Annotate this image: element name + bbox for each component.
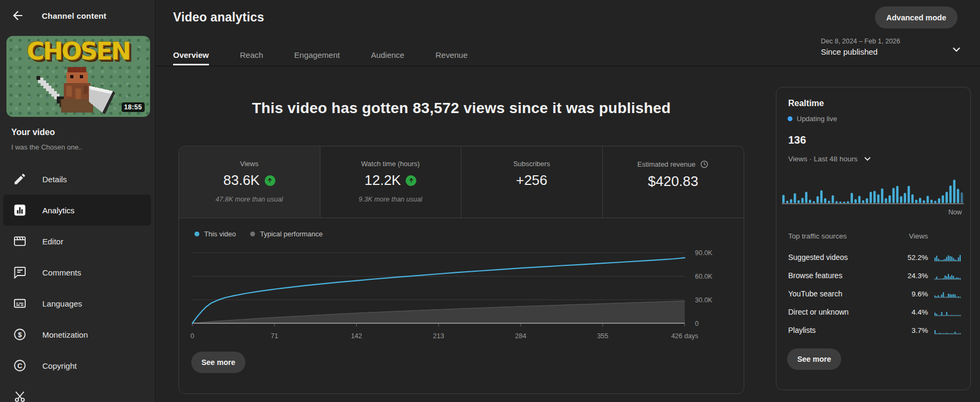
svg-text:0: 0	[695, 320, 699, 327]
back-label[interactable]: Channel content	[42, 11, 107, 20]
metric-card-subscribers[interactable]: Subscribers+256	[461, 146, 603, 218]
sidebar-item-label: Copyright	[42, 361, 77, 370]
svg-text:142: 142	[351, 332, 362, 340]
realtime-see-more-button[interactable]: See more	[787, 348, 841, 370]
svg-text:355: 355	[597, 332, 608, 340]
realtime-views-selector[interactable]: Views · Last 48 hours	[788, 153, 873, 165]
video-title: I was the Chosen one..	[11, 143, 83, 151]
tab-overview[interactable]: Overview	[173, 46, 209, 65]
realtime-axis-line	[782, 203, 964, 204]
traffic-views-percent: 9.6%	[897, 290, 928, 298]
traffic-row-playlists[interactable]: Playlists3.7%	[788, 321, 961, 339]
sidebar-item-analytics[interactable]: Analytics	[3, 195, 151, 226]
sidebar-item-label: Analytics	[42, 206, 74, 215]
metric-card-estimated-revenue[interactable]: Estimated revenue$420.83	[603, 146, 744, 218]
svg-text:C: C	[17, 362, 23, 370]
analytics-icon	[13, 203, 27, 217]
views-headline: This video has gotten 83,572 views since…	[178, 100, 744, 117]
metric-label: Estimated revenue	[638, 160, 709, 169]
video-duration-badge: 18:55	[122, 102, 145, 112]
traffic-views-percent: 24.3%	[897, 272, 928, 280]
chevron-down-icon[interactable]	[949, 42, 963, 56]
views-header: Views	[897, 232, 928, 240]
metric-label: Subscribers	[513, 160, 550, 168]
traffic-table-rows: Suggested videos52.2%Browse features24.3…	[776, 248, 970, 339]
legend-dot-icon	[194, 232, 199, 236]
traffic-table-header: Top traffic sources Views	[788, 232, 961, 240]
sidebar-item-languages[interactable]: Languages	[3, 288, 151, 319]
traffic-sparkline-chart	[934, 289, 961, 298]
tab-revenue[interactable]: Revenue	[436, 46, 468, 65]
sidebar-item-cut-off[interactable]	[3, 381, 151, 402]
sidebar-item-label: Editor	[42, 237, 63, 246]
sidebar-section-title: Your video	[11, 128, 55, 137]
traffic-row-youtube-search[interactable]: YouTube search9.6%	[788, 285, 961, 303]
traffic-row-direct-or-unknown[interactable]: Direct or unknown4.4%	[788, 303, 961, 321]
traffic-sparkline-chart	[934, 326, 961, 334]
traffic-sparkline-chart	[934, 271, 961, 280]
traffic-source-label: Playlists	[788, 326, 891, 334]
trend-up-icon	[406, 175, 416, 186]
video-thumbnail[interactable]: CHOSEN 18:55	[6, 36, 150, 117]
svg-text:213: 213	[433, 332, 444, 340]
performance-line-chart: 030.0K60.0K90.0K071142213284355426 days	[179, 239, 744, 346]
sidebar-item-label: Monetization	[42, 330, 88, 339]
sidebar-item-editor[interactable]: Editor	[3, 226, 151, 257]
sidebar-item-monetization[interactable]: $Monetization	[3, 319, 151, 350]
sidebar-item-copyright[interactable]: CCopyright	[3, 350, 151, 381]
editor-icon	[13, 234, 27, 248]
metric-value: 83.6K	[223, 172, 275, 189]
back-arrow-icon[interactable]	[11, 9, 25, 23]
realtime-now-label: Now	[948, 209, 962, 216]
traffic-source-label: Browse features	[788, 271, 891, 280]
analytics-tabs: OverviewReachEngagementAudienceRevenue	[173, 46, 468, 65]
chevron-down-icon[interactable]	[862, 153, 873, 165]
see-more-button[interactable]: See more	[191, 352, 245, 373]
tab-audience[interactable]: Audience	[371, 46, 405, 65]
metric-card-views[interactable]: Views83.6K47.8K more than usual	[179, 146, 320, 218]
tab-reach[interactable]: Reach	[240, 46, 263, 65]
chart-legend: This videoTypical performance	[194, 230, 323, 238]
svg-text:284: 284	[515, 332, 526, 340]
traffic-source-label: Suggested videos	[788, 253, 891, 262]
legend-item-typical-performance: Typical performance	[250, 230, 323, 238]
svg-text:90.0K: 90.0K	[695, 249, 713, 257]
realtime-title: Realtime	[788, 99, 824, 108]
svg-text:30.0K: 30.0K	[695, 296, 713, 304]
traffic-row-suggested-videos[interactable]: Suggested videos52.2%	[788, 248, 961, 266]
sidebar-item-label: Details	[42, 175, 67, 184]
traffic-sparkline-chart	[934, 308, 961, 316]
realtime-status: Updating live	[788, 115, 837, 123]
sidebar-item-details[interactable]: Details	[3, 163, 151, 195]
back-row: Channel content	[0, 4, 107, 27]
metric-value: +256	[516, 172, 548, 189]
live-dot-icon	[788, 116, 792, 121]
traffic-views-percent: 3.7%	[897, 326, 928, 334]
svg-text:71: 71	[271, 332, 278, 340]
advanced-mode-button[interactable]: Advanced mode	[875, 6, 957, 28]
traffic-source-label: Direct or unknown	[788, 308, 891, 316]
traffic-row-browse-features[interactable]: Browse features24.3%	[788, 266, 961, 285]
metric-label: Watch time (hours)	[361, 160, 420, 168]
metric-cards-row: Views83.6K47.8K more than usualWatch tim…	[179, 146, 744, 218]
date-range-selector[interactable]: Dec 8, 2024 – Feb 1, 2026 Since publishe…	[821, 38, 900, 56]
thumbnail-title-text: CHOSEN	[6, 37, 150, 65]
video-sidebar: Channel content CHOSEN 18:55 Your video …	[0, 0, 155, 402]
realtime-card: Realtime Updating live 136 Views · Last …	[776, 87, 971, 390]
sidebar-item-comments[interactable]: Comments	[3, 257, 151, 288]
clock-icon	[700, 160, 709, 169]
metric-comparison: 9.3K more than usual	[358, 196, 422, 203]
tab-engagement[interactable]: Engagement	[294, 46, 340, 65]
date-range-text: Dec 8, 2024 – Feb 1, 2026	[821, 38, 900, 45]
realtime-bar-chart	[782, 176, 964, 203]
metric-label: Views	[240, 160, 258, 168]
traffic-views-percent: 52.2%	[897, 254, 928, 262]
comments-icon	[13, 265, 27, 279]
thumbnail-pixel-art	[30, 64, 126, 117]
svg-text:0: 0	[191, 332, 194, 340]
metric-card-watch-time-hours[interactable]: Watch time (hours)12.2K9.3K more than us…	[320, 146, 462, 218]
page-title: Video analytics	[173, 10, 264, 25]
svg-text:$: $	[18, 331, 22, 339]
realtime-views-value: 136	[788, 134, 806, 146]
date-mode-text: Since published	[821, 47, 900, 56]
